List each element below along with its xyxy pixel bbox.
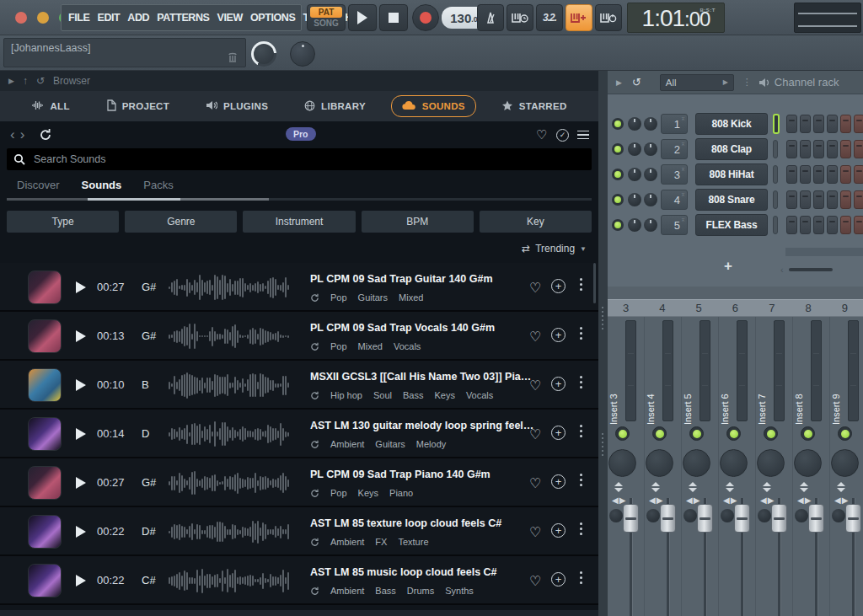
step-cell[interactable] [813,115,824,133]
mixer-mute-led[interactable] [801,426,815,441]
menu-item-add[interactable]: ADD [127,12,149,24]
menu-item-patterns[interactable]: PATTERNS [157,12,209,24]
step-cell[interactable] [827,140,838,158]
row-heart-icon[interactable]: ♡ [529,329,541,345]
wait-for-input-button[interactable] [507,4,533,31]
browser-tab-all[interactable]: ALL [20,95,80,117]
stereo-updown-arrows[interactable] [837,482,845,492]
channel-button[interactable]: 808 HiHat [695,163,768,185]
tag-label[interactable]: Guitars [375,439,405,449]
stereo-updown-arrows[interactable] [614,482,623,492]
back-undo-icon[interactable]: ↺ [36,75,45,87]
row-menu-dots-icon[interactable] [580,376,582,388]
step-cell[interactable] [854,115,863,133]
channel-button[interactable]: 808 Clap [695,138,768,160]
step-cell[interactable] [840,115,851,133]
mixer-mute-led[interactable] [726,426,741,441]
sound-waveform[interactable] [169,517,302,546]
channel-select-indicator[interactable] [773,114,780,134]
pat-mode-label[interactable]: PAT [310,7,342,18]
channel-select-indicator[interactable] [773,190,778,209]
step-cell[interactable] [800,115,811,133]
stereo-sep-knob[interactable] [832,509,845,522]
refresh-icon[interactable] [39,128,52,142]
mixer-pan-knob[interactable] [608,449,636,477]
channel-number[interactable]: 1 [661,114,688,134]
mixer-track-label[interactable]: Insert 3 [608,340,619,425]
mixer-track-number[interactable]: 6 [717,300,753,316]
step-cell[interactable] [786,216,797,234]
fader-handle[interactable] [734,504,750,533]
step-cell[interactable] [786,190,797,209]
nav-back-icon[interactable]: ‹ [10,126,20,142]
sound-row[interactable]: 00:27 G# PL CPM 09 Sad Trap Guitar 140 G… [0,263,598,312]
row-play-icon[interactable] [76,330,86,342]
channel-pan-knob[interactable] [628,193,641,206]
stereo-updown-arrows[interactable] [800,482,808,492]
row-add-icon[interactable]: + [551,474,566,489]
tag-label[interactable]: Mixed [358,341,383,351]
tag-label[interactable]: Keys [358,488,378,498]
tag-label[interactable]: Melody [416,439,446,449]
tag-label[interactable]: Bass [403,390,423,400]
step-cell[interactable] [854,216,863,234]
mixer-pan-knob[interactable] [831,449,859,477]
mixer-mute-led[interactable] [838,426,852,441]
sound-row[interactable]: 00:10 B MSXII GCSL3 [[Call His Name Two … [0,361,598,410]
step-cell[interactable] [800,165,811,184]
mixer-track-label[interactable]: Insert 4 [646,340,656,425]
mixer-strip[interactable]: Insert 6 ◀▶ [719,317,756,616]
channel-number[interactable]: 5 [661,215,688,235]
filter-button-instrument[interactable]: Instrument [243,211,355,233]
mixer-track-number[interactable]: 7 [753,300,790,316]
up-arrow-icon[interactable]: ↑ [23,75,28,87]
menu-item-view[interactable]: VIEW [217,12,243,24]
tag-label[interactable]: Guitars [358,292,388,303]
fader-handle[interactable] [771,504,787,533]
time-display[interactable]: 1:01:00 B:S:T [627,3,725,33]
channel-enable-led[interactable] [612,169,624,180]
channel-select-indicator[interactable] [773,140,778,158]
sound-row[interactable]: 00:22 C# AST LM 85 music loop cloud feel… [0,556,598,605]
channel-enable-led[interactable] [612,219,624,231]
mixer-track-number[interactable]: 9 [827,300,863,316]
filter-button-key[interactable]: Key [480,211,592,233]
row-heart-icon[interactable]: ♡ [529,475,541,491]
mixer-track-number[interactable]: 5 [681,300,717,316]
channel-enable-led[interactable] [612,194,624,206]
menu-item-file[interactable]: FILE [68,12,89,24]
subtab-sounds[interactable]: Sounds [82,179,122,191]
row-add-icon[interactable]: + [551,279,566,293]
row-play-icon[interactable] [76,281,86,293]
channel-pan-knob[interactable] [628,142,641,156]
row-add-icon[interactable]: + [551,328,566,342]
mixer-strip[interactable]: Insert 5 ◀▶ [682,317,719,616]
fader-handle[interactable] [623,504,639,533]
tag-label[interactable]: Mixed [399,292,423,303]
filter-button-type[interactable]: Type [7,211,119,233]
sound-artwork[interactable] [28,271,62,304]
row-play-icon[interactable] [76,526,86,538]
menu-item-options[interactable]: OPTIONS [250,12,295,24]
nav-forward-icon[interactable]: › [20,126,30,142]
stereo-updown-arrows[interactable] [763,482,771,492]
channel-pan-knob[interactable] [628,168,641,181]
sound-waveform[interactable] [169,469,302,497]
filter-button-genre[interactable]: Genre [125,211,237,233]
rack-hscrollbar[interactable]: ‹ [780,265,833,275]
tag-label[interactable]: Hip hop [330,390,362,400]
sound-waveform[interactable] [169,273,302,302]
tag-label[interactable]: Drums [407,586,434,596]
mixer-strip[interactable]: Insert 4 ◀▶ [645,317,682,616]
row-heart-icon[interactable]: ♡ [529,573,541,589]
sound-row[interactable]: 00:13 G# PL CPM 09 Sad Trap Vocals 140 G… [0,312,598,361]
mixer-track-label[interactable]: Insert 7 [757,340,767,425]
mixer-strip[interactable]: Insert 9 ◀▶ [830,317,863,616]
row-add-icon[interactable]: + [551,426,566,440]
sound-waveform[interactable] [169,371,302,399]
fader-handle[interactable] [697,504,713,533]
step-cell[interactable] [840,216,851,234]
mixer-mute-led[interactable] [764,426,778,441]
stereo-updown-arrows[interactable] [651,482,660,492]
search-bar[interactable] [7,148,592,170]
